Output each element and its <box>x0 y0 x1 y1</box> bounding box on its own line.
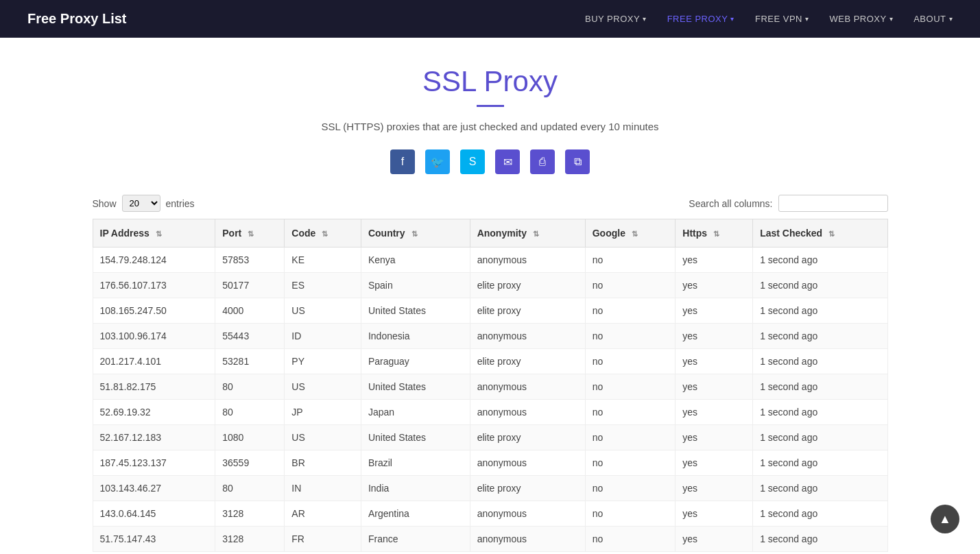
nav-caret-free-vpn: ▾ <box>805 15 809 23</box>
col-header-google[interactable]: Google ⇅ <box>585 219 676 248</box>
cell-google: no <box>585 400 676 425</box>
social-icons: f 🐦 S ✉ ⎙ ⧉ <box>93 149 888 174</box>
cell-country: Japan <box>361 400 470 425</box>
search-all: Search all columns: <box>689 195 887 212</box>
nav-item-web-proxy: WEB PROXY ▾ <box>829 14 893 24</box>
cell-https: yes <box>676 425 753 450</box>
social-icon-print[interactable]: ⎙ <box>530 149 555 174</box>
cell-google: no <box>585 273 676 298</box>
search-label: Search all columns: <box>689 198 772 209</box>
cell-ip: 52.69.19.32 <box>93 400 215 425</box>
col-header-anonymity[interactable]: Anonymity ⇅ <box>470 219 585 248</box>
nav-link-buy-proxy[interactable]: BUY PROXY ▾ <box>585 14 647 24</box>
nav-item-free-proxy: FREE PROXY ▾ <box>667 14 734 24</box>
cell-port: 57853 <box>215 248 285 273</box>
cell-code: IN <box>285 476 361 501</box>
col-header-code[interactable]: Code ⇅ <box>285 219 361 248</box>
main-content: SSL Proxy SSL (HTTPS) proxies that are j… <box>79 38 902 554</box>
cell-anonymity: elite proxy <box>470 349 585 374</box>
cell-country: Spain <box>361 273 470 298</box>
nav-caret-web-proxy: ▾ <box>889 15 894 23</box>
social-icon-skype[interactable]: S <box>460 149 485 174</box>
cell-country: Indonesia <box>361 324 470 349</box>
cell-ip: 103.100.96.174 <box>93 324 215 349</box>
cell-last-checked: 1 second ago <box>753 450 887 476</box>
table-head: IP Address ⇅ Port ⇅ Code ⇅ Country ⇅ Ano… <box>93 219 887 248</box>
nav-link-free-proxy[interactable]: FREE PROXY ▾ <box>667 14 734 24</box>
cell-google: no <box>585 298 676 324</box>
social-icon-facebook[interactable]: f <box>390 149 415 174</box>
col-last-checked-label: Last Checked <box>760 228 822 239</box>
email-icon: ✉ <box>503 156 512 169</box>
scroll-top-button[interactable]: ▲ <box>931 505 959 533</box>
cell-port: 55443 <box>215 324 285 349</box>
cell-country: United States <box>361 374 470 400</box>
social-icon-copy[interactable]: ⧉ <box>565 149 590 174</box>
cell-last-checked: 1 second ago <box>753 425 887 450</box>
cell-ip: 103.143.46.27 <box>93 476 215 501</box>
cell-code: US <box>285 298 361 324</box>
copy-icon: ⧉ <box>574 156 582 168</box>
cell-last-checked: 1 second ago <box>753 324 887 349</box>
search-input[interactable] <box>778 195 888 212</box>
col-header-port[interactable]: Port ⇅ <box>215 219 285 248</box>
cell-anonymity: anonymous <box>470 248 585 273</box>
cell-google: no <box>585 501 676 527</box>
social-icon-twitter[interactable]: 🐦 <box>425 149 450 174</box>
nav-link-web-proxy[interactable]: WEB PROXY ▾ <box>829 14 893 24</box>
show-label: Show <box>93 198 117 209</box>
sort-icon-ip: ⇅ <box>156 230 162 239</box>
cell-country: Brazil <box>361 450 470 476</box>
col-https-label: Https <box>682 228 707 239</box>
cell-ip: 51.75.147.43 <box>93 527 215 552</box>
cell-https: yes <box>676 273 753 298</box>
cell-anonymity: anonymous <box>470 400 585 425</box>
nav-link-about[interactable]: ABOUT ▾ <box>913 14 953 24</box>
cell-port: 80 <box>215 374 285 400</box>
cell-anonymity: elite proxy <box>470 298 585 324</box>
cell-google: no <box>585 450 676 476</box>
table-controls: Show 10 20 50 100 entries Search all col… <box>93 195 888 212</box>
cell-anonymity: anonymous <box>470 501 585 527</box>
col-code-label: Code <box>291 228 315 239</box>
cell-code: ES <box>285 273 361 298</box>
table-row: 103.143.46.2780INIndiaelite proxynoyes1 … <box>93 476 887 501</box>
col-header-country[interactable]: Country ⇅ <box>361 219 470 248</box>
cell-anonymity: anonymous <box>470 527 585 552</box>
table-row: 51.81.82.17580USUnited Statesanonymousno… <box>93 374 887 400</box>
scroll-top-icon: ▲ <box>939 512 951 527</box>
show-entries: Show 10 20 50 100 entries <box>93 195 195 212</box>
cell-https: yes <box>676 450 753 476</box>
table-row: 143.0.64.1453128ARArgentinaanonymousnoye… <box>93 501 887 527</box>
sort-icon-port: ⇅ <box>248 230 254 239</box>
col-header-last-checked[interactable]: Last Checked ⇅ <box>753 219 887 248</box>
social-icon-email[interactable]: ✉ <box>495 149 520 174</box>
nav-link-free-vpn[interactable]: FREE VPN ▾ <box>755 14 809 24</box>
cell-port: 1080 <box>215 425 285 450</box>
cell-anonymity: elite proxy <box>470 476 585 501</box>
nav-caret-about: ▾ <box>949 15 953 23</box>
navbar-brand[interactable]: Free Proxy List <box>27 11 127 27</box>
cell-last-checked: 1 second ago <box>753 349 887 374</box>
cell-https: yes <box>676 374 753 400</box>
cell-country: Kenya <box>361 248 470 273</box>
cell-google: no <box>585 349 676 374</box>
col-ip-label: IP Address <box>100 228 150 239</box>
entries-select[interactable]: 10 20 50 100 <box>122 195 160 212</box>
cell-port: 3128 <box>215 527 285 552</box>
title-underline <box>477 105 504 107</box>
cell-last-checked: 1 second ago <box>753 298 887 324</box>
cell-https: yes <box>676 400 753 425</box>
col-header-https[interactable]: Https ⇅ <box>676 219 753 248</box>
cell-anonymity: anonymous <box>470 374 585 400</box>
cell-ip: 187.45.123.137 <box>93 450 215 476</box>
col-google-label: Google <box>593 228 625 239</box>
sort-icon-code: ⇅ <box>322 230 328 239</box>
col-header-ip[interactable]: IP Address ⇅ <box>93 219 215 248</box>
sort-icon-anonymity: ⇅ <box>533 230 539 239</box>
cell-ip: 108.165.247.50 <box>93 298 215 324</box>
table-row: 51.75.147.433128FRFranceanonymousnoyes1 … <box>93 527 887 552</box>
cell-country: France <box>361 527 470 552</box>
cell-anonymity: anonymous <box>470 450 585 476</box>
cell-https: yes <box>676 248 753 273</box>
